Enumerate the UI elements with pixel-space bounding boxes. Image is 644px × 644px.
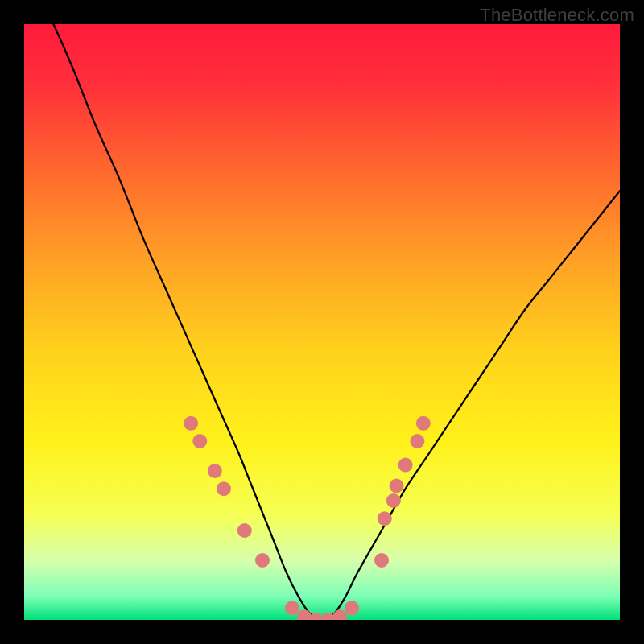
highlight-dot: [386, 493, 401, 508]
highlight-dot: [192, 434, 207, 448]
gradient-background: [24, 24, 620, 620]
highlight-dot: [410, 434, 424, 448]
highlight-dot: [217, 481, 231, 496]
bottleneck-chart: [24, 24, 620, 620]
highlight-dot: [378, 511, 392, 526]
highlight-dot: [255, 553, 270, 568]
highlight-dot: [184, 416, 198, 431]
highlight-dot: [345, 601, 359, 615]
highlight-dot: [374, 553, 389, 568]
highlight-dot: [237, 523, 252, 538]
highlight-dot: [416, 416, 431, 431]
highlight-dot: [208, 464, 222, 478]
highlight-dot: [398, 458, 413, 473]
plot-area: [24, 24, 620, 620]
chart-frame: TheBottleneck.com: [0, 0, 644, 644]
watermark-text: TheBottleneck.com: [480, 5, 634, 26]
highlight-dot: [285, 601, 299, 615]
highlight-dot: [390, 479, 404, 493]
